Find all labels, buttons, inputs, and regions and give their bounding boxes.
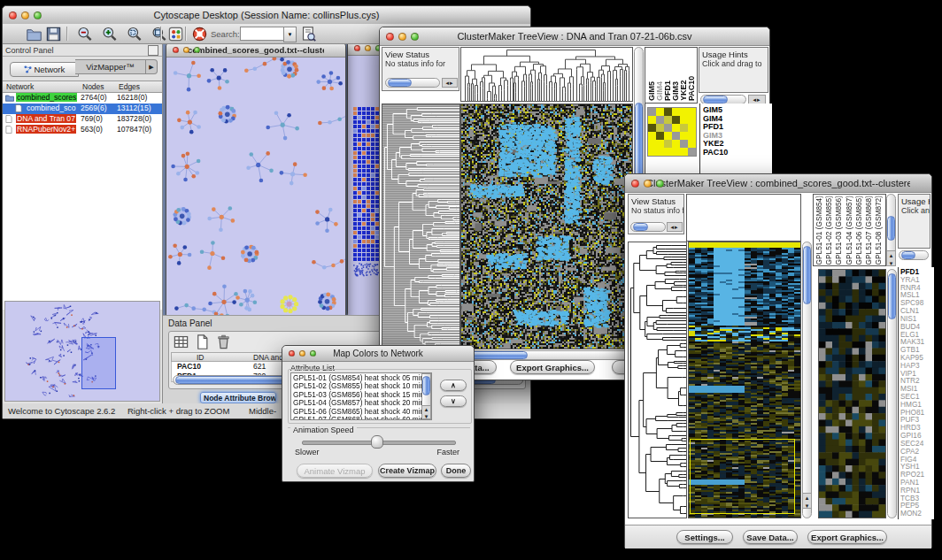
matrix-cell[interactable] — [664, 124, 672, 132]
close-icon[interactable] — [289, 350, 295, 357]
matrix-cell[interactable] — [680, 124, 688, 132]
attribute-scroll-arrows[interactable]: ▴▾ — [421, 405, 431, 419]
zoom-heatmap-canvas[interactable] — [819, 270, 885, 518]
matrix-cell[interactable] — [680, 108, 688, 116]
close-icon[interactable] — [9, 12, 17, 19]
matrix-cell[interactable] — [688, 116, 696, 124]
minimize-icon[interactable] — [183, 47, 189, 53]
matrix-cell[interactable] — [664, 108, 672, 116]
arrow-down-icon[interactable]: ▾ — [806, 502, 809, 509]
animation-slider-thumb[interactable] — [371, 435, 383, 449]
open-folder-icon[interactable] — [26, 26, 42, 42]
window-controls[interactable] — [173, 47, 200, 53]
close-icon[interactable] — [354, 45, 360, 51]
tv2-usage-hscrollbar[interactable] — [899, 250, 929, 260]
minimize-icon[interactable] — [299, 350, 305, 357]
tv1-column-dendrogram-panel[interactable] — [460, 47, 633, 102]
col-header-nodes[interactable]: Nodes — [82, 82, 104, 91]
matrix-cell[interactable] — [648, 124, 656, 132]
tv1-heatmap-hscrollbar[interactable] — [460, 350, 633, 360]
matrix-cell[interactable] — [680, 116, 688, 124]
float-panel-icon[interactable] — [148, 45, 158, 56]
tv1-row-dendrogram-panel[interactable] — [382, 104, 460, 349]
search-input[interactable] — [240, 27, 284, 41]
network-row[interactable]: RNAPuberNov2+563(0)107847(0) — [3, 125, 162, 135]
settings-button[interactable]: Settings... — [676, 530, 733, 544]
new-attribute-icon[interactable] — [194, 334, 211, 350]
tv1-titlebar[interactable]: ClusterMaker TreeView : DNA and Tran 07-… — [380, 27, 769, 46]
arrow-up-icon[interactable]: ▴ — [806, 495, 809, 501]
matrix-cell[interactable] — [688, 148, 696, 156]
matrix-cell[interactable] — [648, 148, 656, 156]
tab-network[interactable]: Network — [10, 62, 79, 77]
export-graphics-button[interactable]: Export Graphics... — [510, 360, 595, 374]
matrix-cell[interactable] — [688, 108, 696, 116]
treeview-window-combined[interactable]: ClusterMaker TreeView : combined_scores_… — [624, 173, 932, 548]
close-icon[interactable] — [386, 33, 394, 41]
table-mode-icon[interactable] — [173, 334, 189, 350]
window-controls[interactable] — [354, 45, 382, 51]
save-icon[interactable] — [45, 26, 62, 42]
matrix-cell[interactable] — [656, 132, 664, 140]
matrix-cell[interactable] — [672, 132, 680, 140]
node-attribute-browser-tab[interactable]: Node Attribute Browser — [200, 392, 276, 403]
network-view-canvas-1[interactable] — [166, 58, 345, 322]
window-controls[interactable] — [289, 350, 316, 357]
zoom-fit-icon[interactable] — [151, 26, 167, 42]
map-colors-dialog[interactable]: Map Colors to Network Attribute List GPL… — [282, 345, 475, 482]
minimize-icon[interactable] — [365, 45, 371, 51]
tv2-status-scroll-arrows[interactable]: ◂▸ — [667, 222, 683, 232]
tv2-titlebar[interactable]: ClusterMaker TreeView : combined_scores_… — [625, 174, 931, 193]
col-header-edges[interactable]: Edges — [119, 82, 140, 91]
matrix-cell[interactable] — [664, 148, 672, 156]
arrow-right-icon[interactable]: ▸ — [757, 96, 761, 103]
matrix-cell[interactable] — [664, 140, 672, 148]
tv2-zoom-vscrollbar[interactable] — [887, 269, 897, 518]
network-window-1[interactable]: combined_scores_good.txt--cluste... — [166, 44, 346, 322]
dialog-titlebar[interactable]: Map Colors to Network — [282, 346, 474, 362]
matrix-cell[interactable] — [656, 116, 664, 124]
matrix-cell[interactable] — [688, 140, 696, 148]
matrix-cell[interactable] — [664, 116, 672, 124]
tab-vizmapper[interactable]: VizMapper™ — [75, 59, 146, 74]
matrix-cell[interactable] — [680, 132, 688, 140]
matrix-cell[interactable] — [656, 108, 664, 116]
matrix-cell[interactable] — [672, 148, 680, 156]
global-heatmap-canvas[interactable] — [689, 242, 800, 518]
column-dendrogram-canvas[interactable] — [461, 48, 632, 101]
window-controls[interactable] — [9, 12, 42, 19]
zoom-heatmap-matrix[interactable] — [647, 107, 697, 157]
arrow-down-icon[interactable]: ▾ — [890, 260, 893, 266]
matrix-cell[interactable] — [688, 132, 696, 140]
tv2-column-dendrogram-panel[interactable] — [686, 194, 801, 242]
matrix-cell[interactable] — [648, 116, 656, 124]
matrix-cell[interactable] — [656, 140, 664, 148]
matrix-cell[interactable] — [648, 132, 656, 140]
zoom-out-icon[interactable] — [76, 26, 93, 42]
attribute-list[interactable]: GPL51-01 (GSM854) heat shock 05 minGPL51… — [290, 372, 432, 420]
network-overview-canvas[interactable] — [5, 302, 159, 401]
tv1-status-hscrollbar[interactable] — [385, 78, 440, 88]
arrow-up-icon[interactable]: ▴ — [890, 252, 893, 258]
window-controls[interactable] — [386, 33, 419, 41]
matrix-cell[interactable] — [672, 124, 680, 132]
arrow-down-icon[interactable]: ▾ — [425, 413, 429, 419]
zoom-window-icon[interactable] — [411, 33, 419, 41]
tv2-vscroll-arrows[interactable]: ▴▾ — [802, 493, 812, 509]
zoom-window-icon[interactable] — [310, 350, 316, 357]
arrow-up-icon[interactable]: ▴ — [425, 406, 429, 412]
help-ring-icon[interactable] — [191, 26, 208, 42]
attribute-search-icon[interactable] — [300, 26, 317, 42]
done-button[interactable]: Done — [441, 464, 471, 478]
network-row[interactable]: DNA and Tran 07769(0)183728(0) — [3, 114, 162, 125]
vizmapper-dots-icon[interactable] — [167, 26, 184, 42]
minimize-icon[interactable] — [644, 180, 652, 188]
zoom-window-icon[interactable] — [194, 47, 200, 53]
row-dendrogram-canvas[interactable] — [629, 242, 686, 518]
animate-vizmap-button[interactable]: Animate Vizmap — [297, 464, 373, 478]
window-controls[interactable] — [631, 180, 664, 188]
global-heatmap-canvas[interactable] — [461, 104, 632, 349]
zoom-in-icon[interactable] — [101, 26, 118, 42]
row-dendrogram-canvas[interactable] — [382, 104, 459, 349]
tv2-row-dendrogram-panel[interactable] — [628, 242, 687, 518]
